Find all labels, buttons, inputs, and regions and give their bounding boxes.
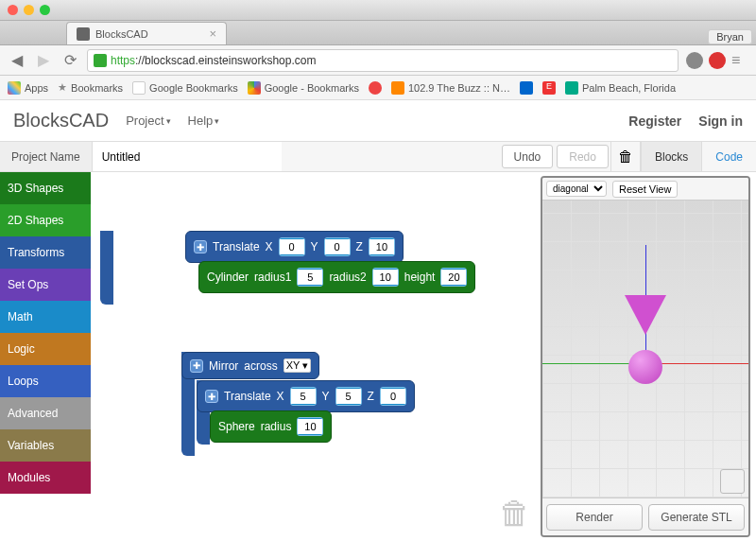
field-label: radius1 [254,270,291,284]
z-input[interactable] [381,389,405,404]
block-nest [100,231,113,305]
height-input[interactable] [441,270,466,285]
viewport-footer: Render Generate STL [542,497,748,535]
minimize-window-button[interactable] [24,5,34,15]
translate-block[interactable]: ✚ Translate X Y Z [185,231,404,263]
y-input[interactable] [336,389,361,404]
category-loops[interactable]: Loops [0,365,91,397]
url-host: ://blockscad.einsteinsworkshop.com [135,54,316,67]
back-button[interactable]: ◀ [8,51,26,70]
close-window-button[interactable] [8,5,18,15]
register-link[interactable]: Register [628,113,681,129]
zoom-window-button[interactable] [40,5,50,15]
mutator-icon[interactable]: ✚ [190,359,203,373]
cylinder-block[interactable]: Cylinder radius1 radius2 height [198,261,475,293]
menu-project[interactable]: Project▾ [126,113,170,128]
category-logic[interactable]: Logic [0,333,91,365]
favicon [77,27,90,41]
browser-tab[interactable]: BlocksCAD × [66,22,227,44]
redo-button[interactable]: Redo [557,145,609,168]
y-input[interactable] [325,239,350,254]
project-name-input[interactable] [93,142,282,171]
field-label: Y [311,240,318,253]
bookmark-item[interactable] [369,81,382,95]
view-mode-select[interactable]: diagonal [546,181,607,197]
translate-block[interactable]: ✚ Translate X Y Z [197,380,415,412]
category-math[interactable]: Math [0,301,91,333]
lock-icon [94,54,107,67]
x-input[interactable] [280,239,304,254]
render-button[interactable]: Render [546,504,643,531]
bookmark-item[interactable] [520,81,533,95]
model-sphere [628,350,662,384]
category-advanced[interactable]: Advanced [0,397,91,429]
category-modules[interactable]: Modules [0,462,91,494]
field-label: X [266,240,273,253]
bookmark-item[interactable]: 102.9 The Buzz :: N… [391,81,510,95]
mirror-plane-dropdown[interactable]: XY ▾ [284,358,312,373]
tab-code[interactable]: Code [701,142,756,171]
traffic-lights [8,5,50,15]
mirror-block[interactable]: ✚ Mirror across XY ▾ [181,352,319,379]
window-titlebar [0,0,756,21]
category-set-ops[interactable]: Set Ops [0,269,91,301]
category-3d-shapes[interactable]: 3D Shapes [0,172,91,204]
bookmark-item[interactable]: E [542,81,556,95]
field-label: height [404,270,436,284]
sphere-block[interactable]: Sphere radius [210,410,332,443]
x-input[interactable] [291,389,316,404]
field-label: Z [368,390,374,403]
generate-stl-button[interactable]: Generate STL [648,504,745,531]
radius2-input[interactable] [373,270,398,285]
bookmarks-bar: Apps ★Bookmarks Google Bookmarks Google … [0,76,756,100]
radius-input[interactable] [298,419,322,434]
menu-help[interactable]: Help▾ [188,113,220,128]
signin-link[interactable]: Sign in [698,113,743,129]
radius1-input[interactable] [298,270,322,285]
tab-blocks[interactable]: Blocks [641,142,701,171]
tab-title: BlocksCAD [95,28,148,40]
category-transforms[interactable]: Transforms [0,236,91,269]
mutator-icon[interactable]: ✚ [205,390,218,403]
block-label: Translate [224,390,271,403]
extension-icon[interactable] [686,52,703,69]
z-input[interactable] [369,239,394,254]
field-label: Y [322,390,330,403]
trash-button[interactable]: 🗑 [610,142,641,171]
workspace-canvas[interactable]: ✚ Translate X Y Z Cylinder radius1 radiu… [91,172,541,541]
trash-icon[interactable]: 🗑 [499,495,531,532]
field-label: radius [261,420,292,433]
field-label: across [244,359,277,373]
bookmark-item[interactable]: Google - Bookmarks [248,81,359,95]
field-label: radius2 [329,270,366,284]
profile-chip[interactable]: Bryan [708,29,752,44]
field-label: Z [356,240,363,253]
bookmark-item[interactable]: ★Bookmarks [58,81,123,94]
category-2d-shapes[interactable]: 2D Shapes [0,204,91,236]
reload-button[interactable]: ⟳ [60,51,79,70]
app-title: BlocksCAD [13,110,109,131]
forward-button[interactable]: ▶ [34,51,53,70]
viewport-3d[interactable] [542,201,748,497]
address-bar: ◀ ▶ ⟳ https ://blockscad.einsteinsworksh… [0,45,756,76]
tab-strip: BlocksCAD × Bryan [0,21,756,45]
reset-view-button[interactable]: Reset View [612,181,678,198]
bookmark-item[interactable]: Palm Beach, Florida [565,81,676,95]
mutator-icon[interactable]: ✚ [194,240,207,253]
category-variables[interactable]: Variables [0,429,91,462]
close-tab-icon[interactable]: × [209,26,216,41]
viewport-panel: diagonal Reset View Render Generate STL [541,176,750,537]
field-label: X [277,390,284,403]
app-toolbar: Project Name Undo Redo 🗑 Blocks Code [0,142,756,172]
url-scheme: https [111,54,135,67]
orientation-cube[interactable] [720,469,745,494]
bookmark-item[interactable]: Google Bookmarks [132,81,238,95]
omnibox[interactable]: https ://blockscad.einsteinsworkshop.com [87,49,679,72]
undo-button[interactable]: Undo [502,145,554,168]
main-area: 3D Shapes 2D Shapes Transforms Set Ops M… [0,172,756,541]
menu-icon[interactable]: ≡ [731,52,748,69]
block-label: Cylinder [207,270,249,284]
adblock-icon[interactable] [709,52,726,69]
category-sidebar: 3D Shapes 2D Shapes Transforms Set Ops M… [0,172,91,541]
apps-button[interactable]: Apps [8,81,48,95]
